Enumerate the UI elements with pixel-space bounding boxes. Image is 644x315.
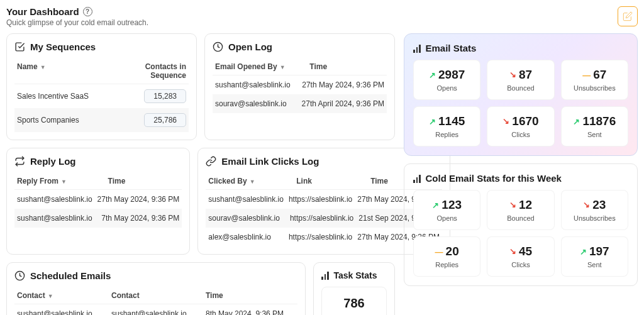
- stat-box: ↗1670Clicks: [487, 106, 554, 146]
- stat-box: ↗12Bounced: [487, 190, 554, 230]
- stat-box: ↗45Clicks: [487, 236, 554, 277]
- sequence-icon: [14, 41, 25, 52]
- stat-value: ↗1145: [419, 114, 475, 128]
- stat-value: ↗1670: [492, 114, 548, 128]
- col-contact2-header: Contact: [111, 291, 201, 300]
- scheduled-emails-card: Scheduled Emails Contact▼ContactTime sus…: [6, 262, 306, 315]
- page-title: Your Dashboard: [6, 6, 79, 17]
- trend-icon: —: [582, 70, 591, 80]
- stat-label: Opens: [419, 84, 475, 92]
- col-time-header: Time: [108, 177, 180, 185]
- stat-value: ↗45: [492, 245, 548, 258]
- stat-value: ↗12: [492, 198, 548, 212]
- col-contacts-header: Contacts in Sequence: [111, 62, 186, 80]
- stat-label: Replies: [419, 261, 475, 268]
- clock-icon: [14, 270, 25, 281]
- table-row[interactable]: Sales Incentive SaaS15,283: [14, 84, 189, 108]
- stat-label: Unsubscribes: [567, 84, 623, 92]
- stat-box: ↗123Opens: [413, 190, 480, 230]
- stat-box: ↗197Sent: [561, 236, 628, 277]
- bar-chart-icon: [413, 174, 421, 183]
- stat-label: Bounced: [492, 84, 548, 92]
- trend-icon: —: [435, 247, 443, 257]
- task-stats-card: Task Stats 786 Completed: [313, 262, 395, 315]
- week-stats-card: Cold Email Stats for this Week ↗123Opens…: [404, 163, 638, 286]
- link-icon: [206, 156, 216, 167]
- edit-dashboard-button[interactable]: [618, 6, 638, 26]
- col-email-header[interactable]: Email Opened By▼: [215, 62, 304, 71]
- stat-label: Clicks: [492, 261, 548, 268]
- stat-label: Sent: [567, 131, 623, 138]
- page-subtitle: Quick glimpse of your cold email outreac…: [6, 18, 638, 27]
- stat-label: Opens: [419, 214, 475, 222]
- stat-label: Sent: [567, 261, 623, 268]
- col-by-header[interactable]: Clicked By▼: [208, 177, 291, 185]
- table-row[interactable]: sushant@salesblink.io27th May 2024, 9:36…: [14, 190, 182, 209]
- clock-icon: [213, 41, 223, 52]
- trend-icon: ↗: [509, 70, 516, 80]
- stat-box: —67Unsubscribes: [561, 60, 628, 100]
- trend-icon: ↗: [509, 247, 516, 257]
- stat-value: ↗87: [492, 68, 548, 82]
- trend-icon: ↗: [429, 117, 436, 126]
- table-row[interactable]: sushant@salesblink.iosushant@salesblink.…: [14, 304, 297, 315]
- task-stat-box: 786 Completed: [321, 287, 387, 315]
- table-row[interactable]: sushant@salesblink.io27th May 2024, 9:36…: [213, 75, 387, 94]
- task-value: 786: [327, 296, 381, 311]
- col-contact-header[interactable]: Contact▼: [17, 291, 106, 300]
- trend-icon: ↗: [509, 201, 516, 210]
- stat-value: ↗2987: [419, 68, 475, 82]
- stat-box: ↗1145Replies: [413, 106, 480, 146]
- help-icon[interactable]: ?: [83, 7, 92, 16]
- stat-label: Clicks: [492, 131, 548, 138]
- col-name-header[interactable]: Name▼: [17, 62, 106, 80]
- stat-label: Bounced: [492, 214, 548, 222]
- open-log-card: Open Log Email Opened By▼Time sushant@sa…: [204, 33, 395, 140]
- stat-label: Unsubscribes: [567, 214, 623, 222]
- stat-value: ↗197: [567, 245, 623, 258]
- trend-icon: ↗: [573, 117, 580, 126]
- col-from-header[interactable]: Reply From▼: [17, 177, 103, 185]
- table-row[interactable]: sourav@salesblink.io27th April 2024, 9:3…: [213, 94, 387, 113]
- stat-box: ↗2987Opens: [413, 60, 480, 100]
- reply-log-card: Reply Log Reply From▼Time sushant@salesb…: [6, 148, 190, 255]
- col-time-header: Time: [309, 62, 384, 71]
- col-time-header: Time: [206, 291, 295, 300]
- page-header: Your Dashboard? Quick glimpse of your co…: [6, 6, 638, 27]
- trend-icon: ↗: [580, 247, 587, 257]
- trend-icon: ↗: [583, 201, 590, 210]
- trend-icon: ↗: [432, 201, 439, 210]
- stat-value: —20: [419, 245, 475, 258]
- reply-icon: [14, 156, 25, 167]
- stat-label: Replies: [419, 131, 475, 138]
- stat-box: ↗23Unsubscribes: [561, 190, 628, 230]
- stat-box: —20Replies: [413, 236, 480, 277]
- stat-box: ↗11876Sent: [561, 106, 628, 146]
- stat-value: ↗23: [567, 198, 623, 212]
- my-sequences-card: My Sequences Name▼Contacts in Sequence S…: [6, 33, 197, 140]
- table-row[interactable]: Sports Companies25,786: [14, 108, 189, 132]
- bar-chart-icon: [413, 44, 421, 53]
- col-link-header: Link: [296, 177, 365, 185]
- trend-icon: ↗: [502, 117, 509, 126]
- stat-value: —67: [567, 68, 623, 82]
- email-stats-card: Email Stats ↗2987Opens↗87Bounced—67Unsub…: [404, 33, 638, 156]
- stat-value: ↗11876: [567, 114, 623, 128]
- table-row[interactable]: sushant@salesblink.io7th May 2024, 9:36 …: [14, 209, 182, 228]
- bar-chart-icon: [321, 271, 329, 280]
- stat-value: ↗123: [419, 198, 475, 212]
- stat-box: ↗87Bounced: [487, 60, 554, 100]
- trend-icon: ↗: [429, 70, 436, 80]
